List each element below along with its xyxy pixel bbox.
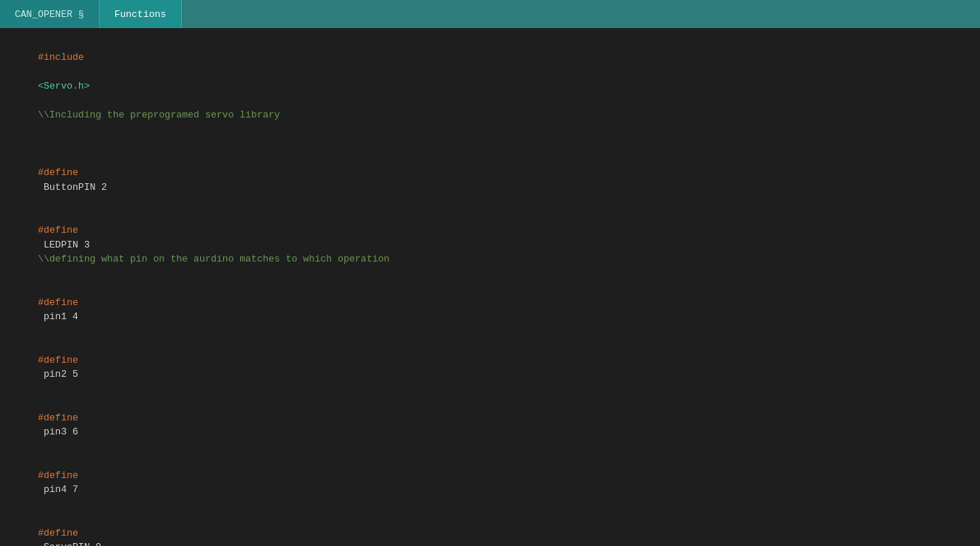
include-servo: <Servo.h> [38, 81, 89, 92]
comment-2: \\defining what pin on the aurdino match… [38, 253, 389, 265]
code-editor[interactable]: #include <Servo.h> \\Including the prepr… [0, 28, 980, 546]
code-line-6: #define pin2 5 [15, 338, 965, 396]
blank-1 [15, 137, 965, 151]
comment-1: \\Including the preprogramed servo libra… [38, 109, 280, 120]
keyword-define-4: #define [38, 355, 78, 366]
keyword-define-3: #define [38, 297, 78, 308]
keyword-define-1: #define [38, 167, 78, 178]
code-line-5: #define pin1 4 [15, 281, 965, 338]
keyword-define-6: #define [38, 470, 78, 481]
keyword-define-7: #define [38, 528, 78, 539]
code-line-3: #define ButtonPIN 2 [15, 151, 965, 209]
code-line-1: #include <Servo.h> \\Including the prepr… [15, 35, 965, 137]
tab-bar: CAN_OPENER § Functions [0, 0, 980, 28]
keyword-define-5: #define [38, 412, 78, 423]
tab-can-opener[interactable]: CAN_OPENER § [0, 0, 100, 28]
code-line-4: #define LEDPIN 3 \\defining what pin on … [15, 209, 965, 281]
tab-functions-label: Functions [115, 9, 166, 20]
code-line-8: #define pin4 7 [15, 454, 965, 511]
keyword-define-2: #define [38, 225, 78, 236]
code-line-9: #define ServoPIN 9 [15, 511, 965, 546]
keyword-include: #include [38, 52, 84, 63]
tab-functions[interactable]: Functions [100, 0, 182, 28]
code-line-7: #define pin3 6 [15, 396, 965, 454]
tab-can-opener-label: CAN_OPENER § [15, 9, 84, 20]
